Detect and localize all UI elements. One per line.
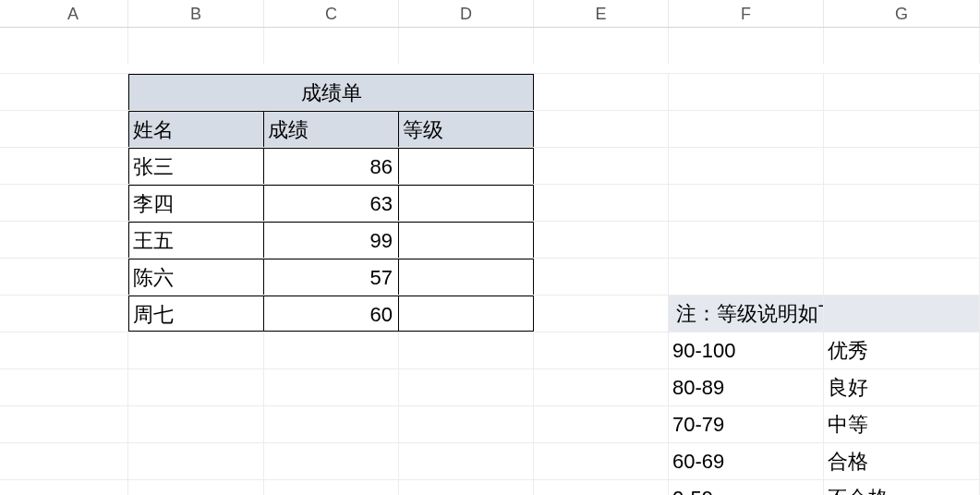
- spreadsheet-grid: A B C D E F G 成绩单: [0, 0, 980, 495]
- cell-D13[interactable]: [399, 480, 534, 495]
- cell-A8[interactable]: [18, 296, 128, 332]
- cell-A5[interactable]: [18, 185, 128, 221]
- cell-F3[interactable]: [669, 111, 824, 147]
- cell-E3[interactable]: [534, 111, 669, 147]
- cell-B1[interactable]: [128, 28, 264, 64]
- cell-F4[interactable]: [669, 148, 824, 184]
- cell-G2[interactable]: [824, 74, 980, 110]
- cell-A2[interactable]: [18, 74, 128, 110]
- column-headers: A B C D E F G: [0, 0, 980, 28]
- student-name-0[interactable]: 张三: [128, 148, 264, 184]
- cell-C12[interactable]: [264, 443, 399, 479]
- cell-E7[interactable]: [534, 259, 669, 295]
- cell-F5[interactable]: [669, 185, 824, 221]
- cell-E9[interactable]: [534, 332, 669, 368]
- cell-F2[interactable]: [669, 74, 824, 110]
- student-grade-0[interactable]: [399, 148, 534, 184]
- student-name-4[interactable]: 周七: [128, 296, 264, 332]
- cell-C10[interactable]: [264, 369, 399, 405]
- student-grade-2[interactable]: [399, 222, 534, 258]
- cell-E4[interactable]: [534, 148, 669, 184]
- student-name-2[interactable]: 王五: [128, 222, 264, 258]
- cell-G7[interactable]: [824, 259, 980, 295]
- cell-C11[interactable]: [264, 406, 399, 442]
- col-header-B[interactable]: B: [128, 0, 264, 27]
- legend-label-4[interactable]: 不合格: [824, 480, 980, 495]
- cell-D9[interactable]: [399, 332, 534, 368]
- col-header-D[interactable]: D: [399, 0, 534, 27]
- cell-D1[interactable]: [399, 28, 534, 64]
- col-header-A[interactable]: A: [18, 0, 128, 27]
- cell-D12[interactable]: [399, 443, 534, 479]
- cell-E11[interactable]: [534, 406, 669, 442]
- student-score-0[interactable]: 86: [264, 148, 399, 184]
- student-score-4[interactable]: 60: [264, 296, 399, 332]
- cell-G4[interactable]: [824, 148, 980, 184]
- cell-F1[interactable]: [669, 28, 824, 64]
- cell-G3[interactable]: [824, 111, 980, 147]
- legend-range-2[interactable]: 70-79: [669, 406, 824, 442]
- legend-label-3[interactable]: 合格: [824, 443, 980, 479]
- cell-E12[interactable]: [534, 443, 669, 479]
- cell-G5[interactable]: [824, 185, 980, 221]
- cell-B10[interactable]: [128, 369, 264, 405]
- title-cell[interactable]: 成绩单: [128, 74, 534, 110]
- note-title-g[interactable]: [824, 296, 980, 332]
- cell-A10[interactable]: [18, 369, 128, 405]
- col-header-F[interactable]: F: [669, 0, 824, 27]
- cell-G6[interactable]: [824, 222, 980, 258]
- header-score[interactable]: 成绩: [264, 111, 399, 147]
- legend-label-2[interactable]: 中等: [824, 406, 980, 442]
- cell-C13[interactable]: [264, 480, 399, 495]
- cell-B13[interactable]: [128, 480, 264, 495]
- cell-F7[interactable]: [669, 259, 824, 295]
- note-title-f[interactable]: 注：等级说明如下：: [669, 296, 824, 332]
- legend-range-3[interactable]: 60-69: [669, 443, 824, 479]
- cell-C9[interactable]: [264, 332, 399, 368]
- student-name-1[interactable]: 李四: [128, 185, 264, 221]
- cell-B12[interactable]: [128, 443, 264, 479]
- cell-A1[interactable]: [18, 28, 128, 64]
- cell-A7[interactable]: [18, 259, 128, 295]
- cell-E5[interactable]: [534, 185, 669, 221]
- col-header-C[interactable]: C: [264, 0, 399, 27]
- cell-D10[interactable]: [399, 369, 534, 405]
- student-grade-4[interactable]: [399, 296, 534, 332]
- legend-range-1[interactable]: 80-89: [669, 369, 824, 405]
- cell-E6[interactable]: [534, 222, 669, 258]
- cell-A9[interactable]: [18, 332, 128, 368]
- student-score-2[interactable]: 99: [264, 222, 399, 258]
- student-score-3[interactable]: 57: [264, 259, 399, 295]
- legend-label-1[interactable]: 良好: [824, 369, 980, 405]
- cell-A11[interactable]: [18, 406, 128, 442]
- cell-A4[interactable]: [18, 148, 128, 184]
- student-score-1[interactable]: 63: [264, 185, 399, 221]
- cell-E1[interactable]: [534, 28, 669, 64]
- cell-E10[interactable]: [534, 369, 669, 405]
- header-name[interactable]: 姓名: [128, 111, 264, 147]
- cell-F6[interactable]: [669, 222, 824, 258]
- cell-A13[interactable]: [18, 480, 128, 495]
- cell-E8[interactable]: [534, 296, 669, 332]
- header-grade[interactable]: 等级: [399, 111, 534, 147]
- legend-range-0[interactable]: 90-100: [669, 332, 824, 368]
- cell-A3[interactable]: [18, 111, 128, 147]
- cell-A12[interactable]: [18, 443, 128, 479]
- student-grade-1[interactable]: [399, 185, 534, 221]
- student-name-3[interactable]: 陈六: [128, 259, 264, 295]
- cell-C1[interactable]: [264, 28, 399, 64]
- cell-B9[interactable]: [128, 332, 264, 368]
- cell-B11[interactable]: [128, 406, 264, 442]
- legend-range-4[interactable]: 0-59: [669, 480, 824, 495]
- col-header-E[interactable]: E: [534, 0, 669, 27]
- student-grade-3[interactable]: [399, 259, 534, 295]
- legend-label-0[interactable]: 优秀: [824, 332, 980, 368]
- cell-E13[interactable]: [534, 480, 669, 495]
- cell-A6[interactable]: [18, 222, 128, 258]
- sheet-body: 成绩单 姓名 成绩 等级 张三 86: [0, 28, 980, 495]
- cell-E2[interactable]: [534, 74, 669, 110]
- cell-G1[interactable]: [824, 28, 980, 64]
- col-header-G[interactable]: G: [824, 0, 980, 27]
- cell-D11[interactable]: [399, 406, 534, 442]
